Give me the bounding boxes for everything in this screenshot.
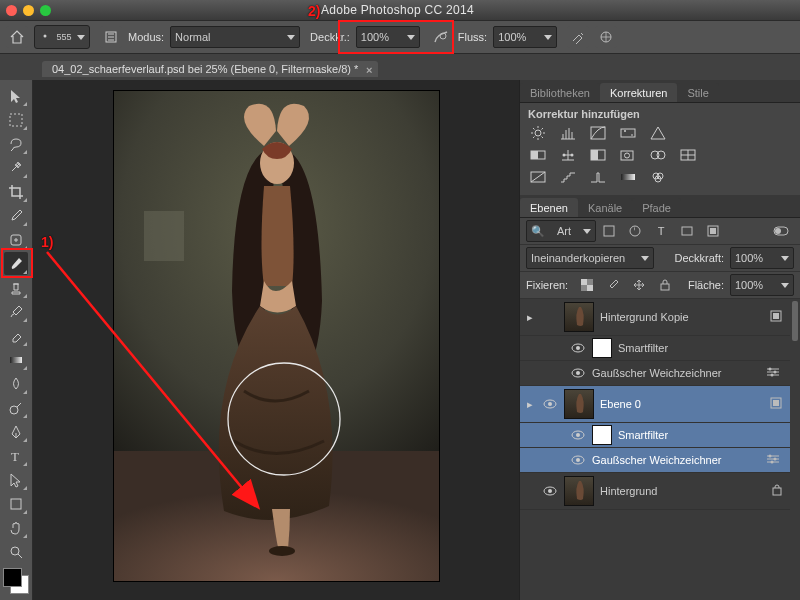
filter-toggle[interactable]	[771, 222, 791, 240]
visibility-toggle[interactable]	[570, 365, 586, 381]
healing-brush-tool[interactable]	[4, 228, 28, 251]
hand-tool[interactable]	[4, 516, 28, 539]
channelmixer-icon[interactable]	[648, 146, 668, 164]
exposure-icon[interactable]	[618, 124, 638, 142]
bw-icon[interactable]	[588, 146, 608, 164]
filter-mask-thumbnail[interactable]	[592, 338, 612, 358]
disclosure-triangle[interactable]: ▸	[524, 398, 536, 411]
marquee-tool[interactable]	[4, 108, 28, 131]
airbrush-icon[interactable]	[567, 26, 589, 48]
filter-type-icon[interactable]: T	[651, 222, 671, 240]
gradient-tool[interactable]	[4, 348, 28, 371]
colorbalance-icon[interactable]	[558, 146, 578, 164]
shape-tool[interactable]	[4, 492, 28, 515]
layer-subrow[interactable]: Smartfilter	[520, 423, 790, 448]
invert-icon[interactable]	[528, 168, 548, 186]
pen-tool[interactable]	[4, 420, 28, 443]
photofilter-icon[interactable]	[618, 146, 638, 164]
tab-kanaele[interactable]: Kanäle	[578, 198, 632, 217]
visibility-toggle[interactable]	[542, 483, 558, 499]
filter-shape-icon[interactable]	[677, 222, 697, 240]
magic-wand-tool[interactable]	[4, 156, 28, 179]
layer-filter-dropdown[interactable]: 🔍Art	[526, 220, 596, 242]
crop-tool[interactable]	[4, 180, 28, 203]
zoom-tool[interactable]	[4, 540, 28, 563]
tab-pfade[interactable]: Pfade	[632, 198, 681, 217]
opacity-dropdown[interactable]: 100%	[356, 26, 420, 48]
move-tool[interactable]	[4, 84, 28, 107]
flow-dropdown[interactable]: 100%	[493, 26, 557, 48]
layer-opacity-dropdown[interactable]: 100%	[730, 247, 794, 269]
close-icon[interactable]: ×	[366, 64, 372, 76]
type-tool[interactable]: T	[4, 444, 28, 467]
clone-stamp-tool[interactable]	[4, 276, 28, 299]
layer-thumbnail[interactable]	[564, 302, 594, 332]
tab-stile[interactable]: Stile	[677, 83, 718, 102]
filter-settings-icon[interactable]	[766, 454, 780, 466]
visibility-toggle[interactable]	[542, 396, 558, 412]
visibility-toggle[interactable]	[570, 427, 586, 443]
brightness-icon[interactable]	[528, 124, 548, 142]
blend-mode-dropdown[interactable]: Normal	[170, 26, 300, 48]
filter-smart-icon[interactable]	[703, 222, 723, 240]
history-brush-tool[interactable]	[4, 300, 28, 323]
hue-icon[interactable]	[528, 146, 548, 164]
selectivecolor-icon[interactable]	[648, 168, 668, 186]
layer-fill-dropdown[interactable]: 100%	[730, 274, 794, 296]
lock-position-icon[interactable]	[629, 276, 649, 294]
home-icon[interactable]	[6, 26, 28, 48]
lasso-tool[interactable]	[4, 132, 28, 155]
dodge-tool[interactable]	[4, 396, 28, 419]
color-swatches[interactable]	[3, 568, 29, 594]
brush-preset-picker[interactable]: 555	[34, 25, 90, 49]
brush-panel-toggle[interactable]	[100, 26, 122, 48]
window-minimize-button[interactable]	[23, 5, 34, 16]
brush-tool[interactable]	[4, 252, 28, 275]
canvas-area[interactable]: 1)	[33, 80, 519, 600]
vibrance-icon[interactable]	[648, 124, 668, 142]
layer-subrow[interactable]: Gaußscher Weichzeichner	[520, 361, 790, 386]
layer-thumbnail[interactable]	[564, 389, 594, 419]
filter-settings-icon[interactable]	[766, 367, 780, 379]
path-select-tool[interactable]	[4, 468, 28, 491]
eraser-tool[interactable]	[4, 324, 28, 347]
layer-row[interactable]: ▸ Hintergrund Kopie	[520, 299, 790, 336]
curves-icon[interactable]	[588, 124, 608, 142]
tab-bibliotheken[interactable]: Bibliotheken	[520, 83, 600, 102]
layer-subrow[interactable]: Smartfilter	[520, 336, 790, 361]
visibility-toggle[interactable]	[542, 309, 558, 325]
blur-tool[interactable]	[4, 372, 28, 395]
layer-row[interactable]: ▸ Ebene 0	[520, 386, 790, 423]
document-image[interactable]	[113, 90, 440, 582]
tab-ebenen[interactable]: Ebenen	[520, 198, 578, 217]
disclosure-triangle[interactable]: ▸	[524, 311, 536, 324]
visibility-toggle[interactable]	[570, 452, 586, 468]
colorlookup-icon[interactable]	[678, 146, 698, 164]
lock-pixels-icon[interactable]	[603, 276, 623, 294]
pressure-opacity-icon[interactable]	[430, 26, 452, 48]
filter-pixel-icon[interactable]	[599, 222, 619, 240]
posterize-icon[interactable]	[558, 168, 578, 186]
layer-thumbnail[interactable]	[564, 476, 594, 506]
layer-subrow[interactable]: Gaußscher Weichzeichner	[520, 448, 790, 473]
levels-icon[interactable]	[558, 124, 578, 142]
lock-transparency-icon[interactable]	[577, 276, 597, 294]
filter-adjust-icon[interactable]	[625, 222, 645, 240]
filter-mask-thumbnail[interactable]	[592, 425, 612, 445]
tab-korrekturen[interactable]: Korrekturen	[600, 83, 677, 102]
layer-row[interactable]: Hintergrund	[520, 473, 790, 510]
foreground-swatch[interactable]	[3, 568, 22, 587]
eyedropper-tool[interactable]	[4, 204, 28, 227]
threshold-icon[interactable]	[588, 168, 608, 186]
document-tab[interactable]: 04_02_schaerfeverlauf.psd bei 25% (Ebene…	[42, 61, 378, 77]
lock-all-icon[interactable]	[655, 276, 675, 294]
window-maximize-button[interactable]	[40, 5, 51, 16]
gradientmap-icon[interactable]	[618, 168, 638, 186]
document-tab-title: 04_02_schaerfeverlauf.psd bei 25% (Ebene…	[52, 63, 358, 75]
window-close-button[interactable]	[6, 5, 17, 16]
layer-blend-dropdown[interactable]: Ineinanderkopieren	[526, 247, 654, 269]
visibility-toggle[interactable]	[570, 340, 586, 356]
pressure-size-icon[interactable]	[595, 26, 617, 48]
scrollbar[interactable]	[790, 299, 800, 600]
layers-list[interactable]: ▸ Hintergrund Kopie SmartfilterGaußscher…	[520, 299, 800, 600]
